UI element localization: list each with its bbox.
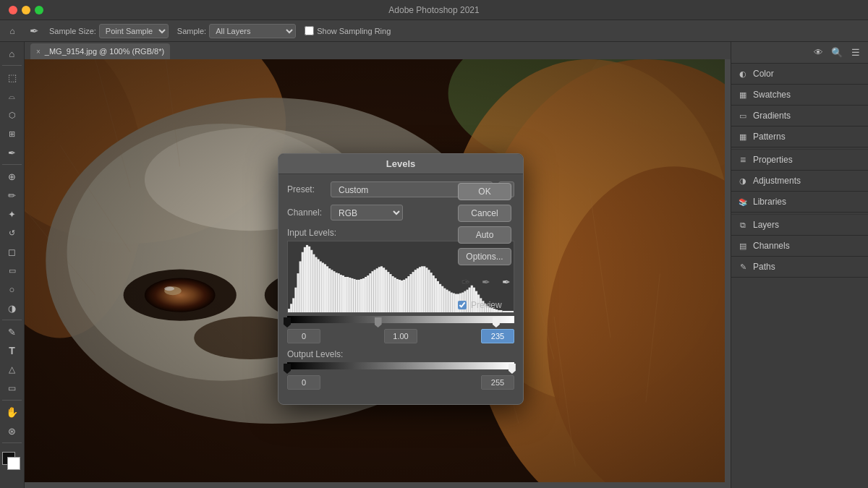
svg-rect-47 (326, 266, 328, 312)
gradients-panel-label: Gradients (753, 111, 791, 121)
path-selection-tool[interactable]: △ (2, 361, 22, 378)
gradients-panel-section[interactable]: ▭ Gradients (731, 106, 868, 127)
output-levels-slider[interactable] (287, 362, 514, 374)
horizontal-scrollbar[interactable] (25, 482, 731, 488)
maximize-button[interactable] (35, 6, 43, 14)
minimize-button[interactable] (22, 6, 30, 14)
dodge-tool[interactable]: ◑ (2, 299, 22, 317)
output-highlight-value[interactable]: 255 (481, 375, 514, 390)
preview-checkbox[interactable] (458, 301, 467, 309)
options-button[interactable]: Options... (458, 248, 511, 265)
ok-button[interactable]: OK (458, 183, 511, 200)
brush-tool[interactable]: ✏ (2, 187, 22, 204)
preview-group: Preview (458, 300, 514, 310)
svg-rect-94 (433, 275, 435, 312)
panel-search-icon[interactable]: 🔍 (829, 45, 845, 61)
channel-label: Channel: (287, 207, 325, 218)
input-shadow-value[interactable]: 0 (287, 329, 320, 343)
output-levels-label: Output Levels: (287, 349, 514, 359)
input-shadow-handle[interactable] (284, 317, 291, 328)
svg-rect-78 (396, 279, 399, 312)
rectangle-tool[interactable]: ▭ (2, 380, 22, 397)
color-panel-icon: ◐ (737, 68, 749, 80)
libraries-panel-section[interactable]: 📚 Libraries (731, 192, 868, 213)
channel-select[interactable]: RGB Red Green Blue (331, 205, 403, 221)
black-point-eyedropper[interactable]: ✒ (458, 274, 474, 290)
gradients-panel-icon: ▭ (737, 110, 749, 121)
history-brush-tool[interactable]: ↺ (2, 224, 22, 241)
svg-rect-76 (392, 276, 394, 312)
healing-brush-tool[interactable]: ⊕ (2, 168, 22, 185)
color-panel-section[interactable]: ◐ Color (731, 64, 868, 85)
color-panel-label: Color (753, 69, 774, 79)
sample-select[interactable]: All Layers (209, 24, 296, 38)
svg-rect-97 (439, 284, 441, 312)
blur-tool[interactable]: ○ (2, 281, 22, 298)
object-selection-tool[interactable]: ⬡ (2, 106, 22, 124)
paths-panel-section[interactable]: ✎ Paths (731, 257, 868, 278)
svg-rect-124 (502, 311, 514, 312)
svg-rect-83 (407, 276, 409, 312)
svg-rect-43 (318, 260, 320, 313)
clone-stamp-tool[interactable]: ✦ (2, 205, 22, 223)
patterns-panel-section[interactable]: ▦ Patterns (731, 127, 868, 147)
svg-rect-68 (374, 270, 376, 312)
eyedropper-tool-icon[interactable]: ✒ (27, 25, 41, 38)
document-tab[interactable]: × _MG_9154.jpg @ 100% (RGB/8*) (30, 43, 170, 59)
input-midtone-handle[interactable] (375, 317, 382, 328)
pen-tool[interactable]: ✎ (2, 323, 22, 341)
home-icon[interactable]: ⌂ (6, 25, 19, 38)
tab-close-button[interactable]: × (36, 48, 41, 56)
sample-size-select[interactable]: Point Sample (99, 24, 169, 38)
input-midtone-value[interactable]: 1.00 (384, 329, 417, 343)
output-highlight-handle[interactable] (509, 364, 516, 374)
output-shadow-handle[interactable] (284, 364, 291, 374)
vertical-scrollbar[interactable] (725, 59, 731, 488)
input-highlight-handle[interactable] (493, 317, 500, 328)
crop-tool[interactable]: ⊞ (2, 125, 22, 142)
white-point-eyedropper[interactable]: ✒ (498, 274, 514, 290)
adjustments-panel-section[interactable]: ◑ Adjustments (731, 171, 868, 192)
gray-point-eyedropper[interactable]: ✒ (478, 274, 494, 290)
close-button[interactable] (9, 6, 17, 14)
svg-rect-90 (423, 266, 425, 312)
input-highlight-value[interactable]: 235 (481, 329, 514, 343)
svg-rect-102 (451, 293, 453, 312)
panel-menu-icon[interactable]: ☰ (848, 45, 864, 61)
svg-rect-79 (399, 280, 401, 312)
panel-icon-1[interactable]: 👁 (810, 45, 826, 61)
gradient-tool[interactable]: ▭ (2, 262, 22, 279)
input-levels-slider[interactable] (287, 316, 514, 328)
eyedropper-tool[interactable]: ✒ (2, 144, 22, 161)
show-sampling-ring-checkbox[interactable] (305, 26, 314, 35)
swatches-panel-section[interactable]: ▦ Swatches (731, 85, 868, 106)
svg-rect-123 (498, 310, 502, 312)
foreground-color-swatch[interactable] (7, 457, 20, 470)
marquee-tool[interactable]: ⬚ (2, 69, 22, 86)
move-tool[interactable]: ⌂ (2, 45, 22, 62)
layers-panel-section[interactable]: ⧉ Layers (731, 214, 868, 236)
channels-panel-section[interactable]: ▤ Channels (731, 236, 868, 257)
hand-tool[interactable]: ✋ (2, 403, 22, 421)
svg-rect-40 (310, 250, 312, 312)
right-panel: 👁 🔍 ☰ ◐ Color ▦ Swatches ▭ Gradients ▦ P… (731, 42, 868, 488)
zoom-tool[interactable]: ⊛ (2, 422, 22, 440)
properties-panel-section[interactable]: ≡ Properties (731, 149, 868, 171)
svg-rect-70 (378, 267, 380, 312)
preset-label: Preset: (287, 184, 325, 194)
cancel-button[interactable]: Cancel (458, 205, 511, 222)
layers-panel-icon: ⧉ (737, 219, 749, 231)
libraries-panel-icon: 📚 (737, 196, 749, 207)
type-tool[interactable]: T (2, 342, 22, 359)
auto-button[interactable]: Auto (458, 226, 511, 244)
eraser-tool[interactable]: ◻ (2, 243, 22, 260)
window-controls (9, 6, 43, 14)
svg-rect-92 (427, 270, 430, 312)
output-shadow-value[interactable]: 0 (287, 375, 320, 390)
lasso-tool[interactable]: ⌓ (2, 87, 22, 105)
svg-rect-41 (312, 254, 315, 312)
svg-rect-77 (394, 278, 396, 312)
svg-rect-73 (385, 270, 387, 312)
color-swatches[interactable] (2, 452, 22, 472)
canvas-content[interactable]: Levels Preset: Custom Default Darker Inc… (25, 59, 731, 488)
